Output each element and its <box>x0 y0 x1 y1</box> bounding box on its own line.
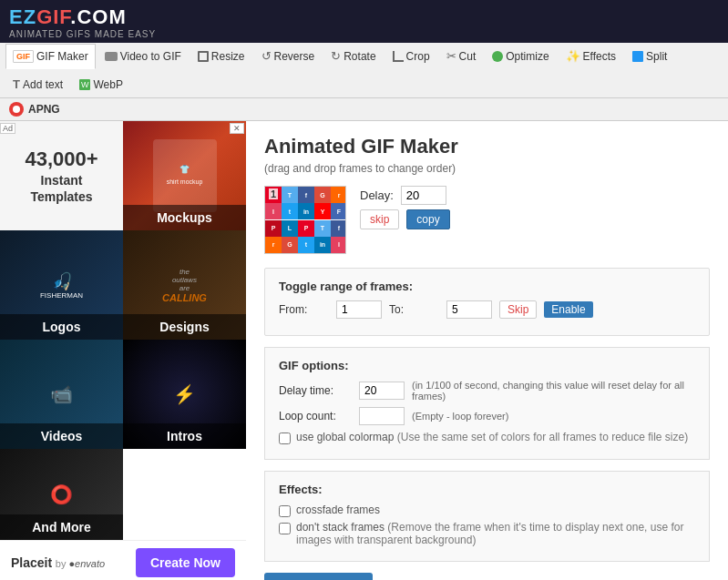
nav-optimize-label: Optimize <box>506 50 549 63</box>
social-cell-18: t <box>298 237 314 253</box>
video-icon <box>105 52 118 61</box>
nav-apng[interactable]: APNG <box>9 102 60 117</box>
nav-apng-label: APNG <box>28 103 60 116</box>
social-cell-7: t <box>282 203 298 219</box>
delay-row: Delay: <box>360 186 450 205</box>
delay-time-input[interactable] <box>359 382 405 400</box>
toggle-range-row: From: To: Skip Enable <box>279 300 695 319</box>
effects-section: Effects: crossfade frames don't stack fr… <box>264 471 710 562</box>
nav-cut-label: Cut <box>459 50 477 63</box>
colormap-row: use global colormap (Use the same set of… <box>279 431 695 444</box>
site-tagline: ANIMATED GIFS MADE EASY <box>9 29 719 39</box>
delay-time-label: Delay time: <box>279 384 352 397</box>
nav-reverse[interactable]: ↺ Reverse <box>254 43 323 69</box>
nav-add-text[interactable]: T Add text <box>5 71 70 97</box>
colormap-label: use global colormap (Use the same set of… <box>296 431 688 443</box>
nav-resize[interactable]: Resize <box>190 44 252 69</box>
delay-label: Delay: <box>360 188 394 202</box>
social-cell-11: P <box>265 220 282 237</box>
promo-stat-number: 43,000+ <box>25 147 97 173</box>
nav-gif-maker-label: GIF Maker <box>36 50 88 63</box>
nav-rotate[interactable]: ↻ Rotate <box>323 43 383 69</box>
ad-close[interactable]: ✕ <box>230 123 244 134</box>
promo-cell-videos[interactable]: 📹 Videos <box>0 340 123 449</box>
copy-button[interactable]: copy <box>406 209 449 229</box>
social-cell-12: L <box>282 220 298 237</box>
nav-split[interactable]: Split <box>625 44 674 69</box>
promo-label-logos: Logos <box>0 314 123 340</box>
create-now-button[interactable]: Create Now <box>136 548 235 577</box>
social-cell-17: G <box>282 237 298 253</box>
delay-time-row: Delay time: (in 1/100 of second, changin… <box>279 380 695 402</box>
social-cell-6: I <box>265 203 282 219</box>
crop-icon <box>393 51 404 62</box>
dont-stack-checkbox[interactable] <box>279 523 291 534</box>
colormap-checkbox[interactable] <box>279 432 291 444</box>
range-skip-button[interactable]: Skip <box>499 300 537 319</box>
delay-time-note: (in 1/100 of second, changing this value… <box>412 380 695 402</box>
nav-effects[interactable]: ✨ Effects <box>559 43 623 69</box>
dont-stack-label: don't stack frames (Remove the frame whe… <box>296 521 695 546</box>
social-cell-4: G <box>314 187 331 203</box>
range-enable-button[interactable]: Enable <box>544 301 592 318</box>
social-cell-20: I <box>331 237 346 253</box>
toggle-range-section: Toggle range of frames: From: To: Skip E… <box>264 268 710 336</box>
social-cell-3: f <box>298 187 314 203</box>
crossfade-checkbox[interactable] <box>279 505 291 517</box>
cut-icon: ✂ <box>446 49 456 63</box>
nav-optimize[interactable]: Optimize <box>485 44 556 69</box>
nav-crop[interactable]: Crop <box>385 44 437 69</box>
page-subtitle: (drag and drop frames to change order) <box>264 162 710 175</box>
nav-resize-label: Resize <box>211 50 245 63</box>
delay-input[interactable] <box>401 186 446 205</box>
placeit-logo: Placeit by ●envato <box>11 555 105 570</box>
promo-cell-more[interactable]: ⭕ And More <box>0 449 123 540</box>
make-gif-button[interactable]: Make a GIF! <box>264 573 373 580</box>
promo-stat: 43,000+ Instant Templates <box>0 121 123 230</box>
page-title: Animated GIF Maker <box>264 135 710 158</box>
frame-section: 1 P T f G r I t in Y F P L P T f <box>264 186 710 254</box>
social-cell-10: F <box>331 203 346 219</box>
nav-cut[interactable]: ✂ Cut <box>439 43 484 69</box>
from-label: From: <box>279 303 329 316</box>
reverse-icon: ↺ <box>261 49 272 63</box>
gif-maker-icon: GIF <box>13 50 34 63</box>
gif-options-title: GIF options: <box>279 359 695 372</box>
split-icon <box>632 51 643 62</box>
toggle-range-title: Toggle range of frames: <box>279 280 695 293</box>
nav-webp[interactable]: W WebP <box>72 72 130 97</box>
left-panel: Ad ✕ 43,000+ Instant Templates 👕shirt mo… <box>0 121 246 580</box>
nav-rotate-label: Rotate <box>343 50 375 63</box>
gif-options-section: GIF options: Delay time: (in 1/100 of se… <box>264 347 710 460</box>
promo-stat-line2: Templates <box>30 188 92 205</box>
effects-title: Effects: <box>279 483 695 496</box>
frame-number: 1 <box>269 188 278 199</box>
main-content: Ad ✕ 43,000+ Instant Templates 👕shirt mo… <box>0 121 728 580</box>
social-cell-13: P <box>298 220 314 237</box>
promo-cell-mockups[interactable]: 👕shirt mockup Mockups <box>123 121 246 230</box>
skip-button[interactable]: skip <box>360 209 399 229</box>
to-input[interactable] <box>446 300 492 319</box>
promo-cell-intros[interactable]: ⚡ Intros <box>123 340 246 449</box>
promo-label-mockups: Mockups <box>123 205 246 230</box>
social-cell-15: f <box>331 220 346 237</box>
nav-video-label: Video to GIF <box>120 50 181 63</box>
promo-label-videos: Videos <box>0 423 123 449</box>
nav-video-to-gif[interactable]: Video to GIF <box>97 44 189 69</box>
nav-bar2: APNG <box>0 98 728 121</box>
promo-cell-logos[interactable]: 🎣 FISHERMAN Logos <box>0 230 123 340</box>
loop-count-row: Loop count: (Empty - loop forever) <box>279 407 695 425</box>
social-cell-5: r <box>331 187 346 203</box>
nav-reverse-label: Reverse <box>274 50 315 63</box>
promo-label-more: And More <box>0 514 123 540</box>
loop-count-input[interactable] <box>359 407 405 425</box>
promo-cell-designs[interactable]: theoutlawsareCALLING Designs <box>123 230 246 340</box>
social-cell-8: in <box>298 203 314 219</box>
site-logo[interactable]: EZGIF.COM <box>9 5 719 29</box>
social-cell-16: r <box>265 237 282 253</box>
nav-webp-label: WebP <box>93 78 122 91</box>
nav-gif-maker[interactable]: GIF GIF Maker <box>5 44 96 69</box>
webp-icon: W <box>79 79 91 90</box>
from-input[interactable] <box>336 300 382 319</box>
right-panel: Animated GIF Maker (drag and drop frames… <box>246 121 728 580</box>
